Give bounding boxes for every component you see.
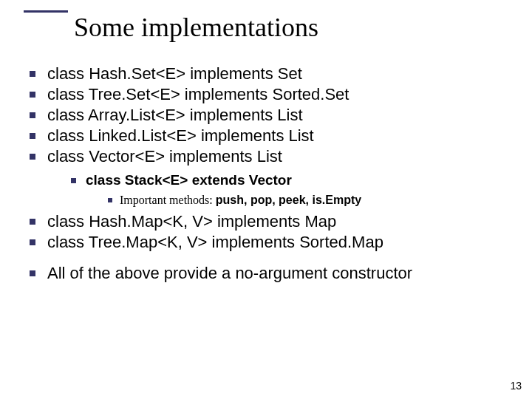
bullet-text: All of the above provide a no-argument c… (47, 264, 412, 282)
bullet-item: class Linked.List<E> implements List (28, 126, 501, 146)
title-block: Some implementations (24, 10, 318, 42)
subsub-prefix: Important methods: (120, 194, 216, 206)
bullet-text: class Hash.Set<E> implements Set (47, 64, 302, 83)
title-rule (24, 10, 68, 13)
bullet-item: class Array.List<E> implements List (28, 105, 501, 126)
bullet-text: class Array.List<E> implements List (47, 106, 303, 124)
bullet-item: class Hash.Set<E> implements Set (28, 64, 501, 84)
bullet-text: class Tree.Map<K, V> implements Sorted.M… (47, 233, 383, 251)
sub-bullet-item: class Stack<E> extends Vector Important … (69, 171, 501, 208)
bullet-text: class Tree.Set<E> implements Sorted.Set (47, 85, 349, 103)
subsub-methods: push, pop, peek, is.Empty (216, 194, 361, 206)
bullet-text: class Hash.Map<K, V> implements Map (47, 212, 336, 231)
bullet-text: class Vector<E> implements List (47, 147, 282, 166)
sub-bullet-text: class Stack<E> extends Vector (86, 172, 292, 188)
subsub-bullet-item: Important methods: push, pop, peek, is.E… (106, 192, 501, 208)
bullet-text: class Linked.List<E> implements List (47, 126, 314, 145)
bullet-item: class Tree.Map<K, V> implements Sorted.M… (28, 232, 501, 253)
bullet-item: class Tree.Set<E> implements Sorted.Set (28, 84, 501, 105)
slide-body: class Hash.Set<E> implements Set class T… (28, 64, 501, 284)
slide: Some implementations class Hash.Set<E> i… (0, 0, 532, 399)
slide-title: Some implementations (24, 14, 318, 42)
bullet-item: class Vector<E> implements List class St… (28, 146, 501, 208)
bullet-item: class Hash.Map<K, V> implements Map (28, 211, 501, 232)
bullet-item: All of the above provide a no-argument c… (28, 263, 501, 284)
page-number: 13 (510, 380, 522, 392)
